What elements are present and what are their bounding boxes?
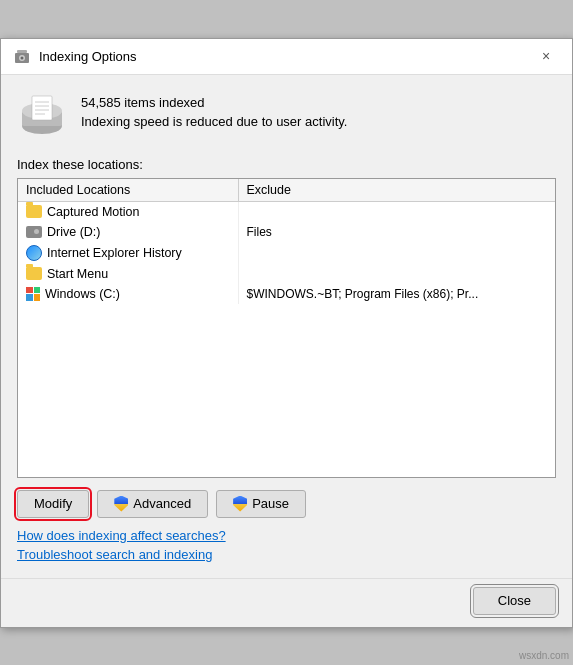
windows-icon (26, 287, 40, 301)
row-exclude-ie-history (238, 242, 555, 264)
row-included-captured-motion: Captured Motion (18, 201, 238, 222)
links-section: How does indexing affect searches? Troub… (17, 528, 556, 562)
locations-table: Included Locations Exclude Captured Moti… (18, 179, 555, 304)
location-name: Start Menu (47, 267, 108, 281)
location-name: Drive (D:) (47, 225, 100, 239)
close-icon[interactable]: × (532, 42, 560, 70)
row-included-windows-c: Windows (C:) (18, 284, 238, 304)
location-name: Windows (C:) (45, 287, 120, 301)
table-row[interactable]: Windows (C:) $WINDOWS.~BT; Program Files… (18, 284, 555, 304)
advanced-label: Advanced (133, 496, 191, 511)
window-title: Indexing Options (39, 49, 137, 64)
row-exclude-start-menu (238, 264, 555, 284)
speed-notice: Indexing speed is reduced due to user ac… (81, 114, 347, 129)
shield-icon (114, 496, 128, 512)
location-name: Captured Motion (47, 205, 139, 219)
troubleshoot-link[interactable]: Troubleshoot search and indexing (17, 547, 212, 562)
table-row[interactable]: Captured Motion (18, 201, 555, 222)
hdd-icon (26, 226, 42, 238)
col-included-header: Included Locations (18, 179, 238, 202)
table-row[interactable]: Start Menu (18, 264, 555, 284)
location-name: Internet Explorer History (47, 246, 182, 260)
indexing-options-dialog: Indexing Options × 54,585 items indexed (0, 38, 573, 628)
affect-searches-link[interactable]: How does indexing affect searches? (17, 528, 226, 543)
ie-icon (26, 245, 42, 261)
table-row[interactable]: Internet Explorer History (18, 242, 555, 264)
table-row[interactable]: Drive (D:) Files (18, 222, 555, 242)
folder-icon (26, 267, 42, 280)
table-header-row: Included Locations Exclude (18, 179, 555, 202)
svg-rect-1 (17, 50, 27, 53)
watermark: wsxdn.com (519, 650, 569, 661)
row-included-ie-history: Internet Explorer History (18, 242, 238, 264)
index-label: Index these locations: (17, 157, 556, 172)
dialog-footer: Close (1, 578, 572, 627)
shield-icon-pause (233, 496, 247, 512)
title-bar-left: Indexing Options (13, 47, 137, 65)
row-exclude-windows-c: $WINDOWS.~BT; Program Files (x86); Pr... (238, 284, 555, 304)
pause-button[interactable]: Pause (216, 490, 306, 518)
dialog-content: 54,585 items indexed Indexing speed is r… (1, 75, 572, 578)
close-button[interactable]: Close (473, 587, 556, 615)
row-exclude-captured-motion (238, 201, 555, 222)
title-bar: Indexing Options × (1, 39, 572, 75)
svg-point-3 (21, 57, 24, 60)
row-exclude-drive-d: Files (238, 222, 555, 242)
title-icon (13, 47, 31, 65)
header-section: 54,585 items indexed Indexing speed is r… (17, 91, 556, 141)
items-count: 54,585 items indexed (81, 95, 347, 110)
row-included-drive-d: Drive (D:) (18, 222, 238, 242)
indexing-icon (17, 91, 67, 141)
modify-button[interactable]: Modify (17, 490, 89, 518)
header-text: 54,585 items indexed Indexing speed is r… (81, 91, 347, 129)
pause-label: Pause (252, 496, 289, 511)
action-buttons: Modify Advanced Pause (17, 490, 556, 518)
svg-rect-9 (32, 96, 52, 120)
locations-table-container[interactable]: Included Locations Exclude Captured Moti… (17, 178, 556, 478)
row-included-start-menu: Start Menu (18, 264, 238, 284)
advanced-button[interactable]: Advanced (97, 490, 208, 518)
col-exclude-header: Exclude (238, 179, 555, 202)
folder-icon (26, 205, 42, 218)
